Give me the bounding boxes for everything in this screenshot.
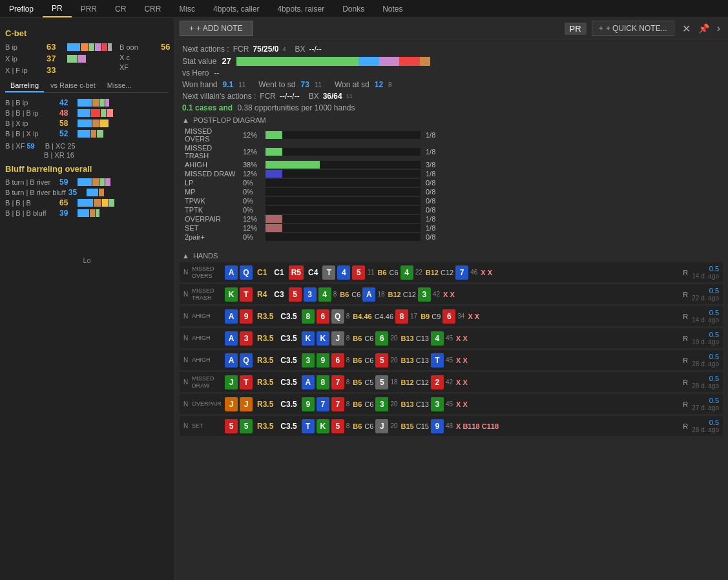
hand-oop-value: 0.5 [709,331,719,338]
tab-missed[interactable]: Misse... [102,79,137,92]
hand-type-label: MISSED TRASH [192,287,223,302]
nv-fcr-value: --/--/-- [280,92,300,101]
hand-row[interactable]: NMISSED TRASHKTR4C35348B6 C6A18B12 C1234… [180,284,723,304]
bip-bars [67,43,112,51]
pf-bar [263,143,423,160]
fcr-sub: 4 [282,46,286,52]
card-badge: T [302,419,315,433]
won-at-sd-value: 12 [375,80,383,89]
pf-label: LP [182,178,240,187]
hand-row[interactable]: NMISSED DRAWJTR3.5C3.5A878B5 C5518B12 C1… [180,372,723,392]
card-badge: C3.5 [278,353,299,368]
hand-xx-label: X X [456,335,468,342]
card-badge: T [431,353,444,368]
hand-small-num: 8 [346,357,350,364]
quick-note-label: + QUICK NOTE... [606,24,667,33]
hand-oop-value: 0.5 [709,309,719,316]
nav-4bpots-caller[interactable]: 4bpots, caller [204,0,268,17]
quick-note-button[interactable]: + + QUICK NOTE... [592,21,674,36]
tab-barreling[interactable]: Barreling [5,79,44,92]
card-badge: 5 [240,419,253,433]
card-badge: R3.5 [255,419,276,433]
next-villain-row: Next villain's actions : FCR --/--/-- BX… [182,92,720,101]
bbbbluff-value: 39 [59,209,75,218]
pin-button[interactable]: 📌 [698,23,709,34]
xip-value: 37 [47,54,65,63]
bbip-bars [78,99,142,107]
card-badge: C3.5 [278,331,299,346]
hand-c12-label: C12 [441,269,453,276]
card-badge: R3.5 [255,353,276,368]
pf-pct: 0% [240,178,263,187]
hand-c12-label: C12 [403,291,416,298]
hand-right-section: R0.528 d. ago [683,375,719,389]
hand-cc-label: C5 [364,378,373,386]
hand-time-section: 0.528 d. ago [692,375,719,389]
card-badge: 7 [331,397,344,411]
pf-pct: 0% [240,205,263,214]
bbip-label: B | B ip [5,99,57,107]
hands-container: NMISSED OVERSAQC1C1R5C4T4511B6 C6422B12 … [180,262,723,436]
hand-row[interactable]: NAHIGHAQR3.5C3.53968B6 C6520B13 C13T45X … [180,350,723,370]
hand-row[interactable]: NAHIGHA9R3.5C3.586Q8B4.46 C4.46817B9 C96… [180,306,723,326]
hand-mid-val: 20 [390,335,397,342]
nav-notes[interactable]: Notes [373,0,411,17]
card-badge: K [302,331,315,346]
hand-b12-label: B13 [401,357,414,364]
nav-crr[interactable]: CRR [135,0,170,17]
boon-label: B oon [120,43,158,51]
hand-mid-val: 18 [377,291,384,298]
pf-count: 3/8 [423,160,720,169]
hand-r-label: R [683,357,688,364]
nav-pr[interactable]: PR [43,0,72,17]
hand-type-label: SET [192,422,223,430]
hand-row[interactable]: NMISSED OVERSAQC1C1R5C4T4511B6 C6422B12 … [180,262,723,282]
card-badge: 3 [431,397,444,411]
bxc-label: B | XC 25 [45,142,76,150]
hand-c12-label: C15 [416,422,429,430]
card-badge: Q [240,353,253,368]
postflop-header[interactable]: ▲ POSTFLOP DIAGRAM [182,116,720,124]
hand-xx-label: X X [481,269,492,276]
bxf-label: B | XF 59 [5,142,35,150]
tab-vs-raise-cbet[interactable]: vs Raise c-bet [45,79,101,92]
card-badge: 8 [317,375,329,389]
won-hand-sub: 11 [238,81,245,88]
hands-header[interactable]: ▲ HANDS [180,249,723,262]
hand-n-label: N [183,335,190,342]
nav-cr[interactable]: CR [106,0,135,17]
nv-bx-label: BX [309,92,319,101]
card-badge: 2 [431,375,444,389]
pf-count: 1/8 [423,223,720,233]
card-badge: J [225,397,238,411]
nav-prr[interactable]: PRR [72,0,106,17]
card-badge: R5 [289,265,304,280]
nav-donks[interactable]: Donks [333,0,373,17]
pf-pct: 12% [240,223,263,233]
hand-b12-label: B15 [401,422,414,430]
hand-row[interactable]: NAHIGHA3R3.5C3.5KKJ8B6 C6620B13 C13445X … [180,328,723,348]
bbb-label: B | B | B [5,199,57,207]
hand-row[interactable]: NSET55R3.5C3.5TK58B6 C6J20B15 C15948X B1… [180,416,723,436]
hand-cc-label: C4.46 [375,313,393,320]
xfip-label: X | F ip [5,67,44,74]
plus-icon: + [189,24,194,33]
hand-time-section: 0.527 d. ago [692,397,719,411]
hand-oop-value: 0.5 [709,397,719,404]
hand-r-label: R [683,269,688,276]
hand-row[interactable]: NOVERPAIRJJR3.5C3.59778B6 C6320B13 C1334… [180,394,723,414]
nav-misc[interactable]: Misc [170,0,204,17]
hand-mid-val: 22 [415,269,422,276]
left-panel: C-bet B ip 63 X ip 37 [0,18,174,580]
btbr-value: 59 [59,178,75,187]
close-button[interactable]: ✕ [680,23,693,35]
add-note-button[interactable]: + + ADD NOTE [180,21,253,36]
collapse-button[interactable]: › [714,23,723,34]
nav-preflop[interactable]: Preflop [0,0,43,17]
lo-label: Lo [5,256,169,264]
nav-4bpots-raiser[interactable]: 4bpots, raiser [268,0,333,17]
card-badge: 7 [317,397,329,411]
hand-right-section: R0.522 d. ago [683,287,719,302]
hand-n-label: N [183,422,190,430]
pf-pct: 0% [240,187,263,196]
